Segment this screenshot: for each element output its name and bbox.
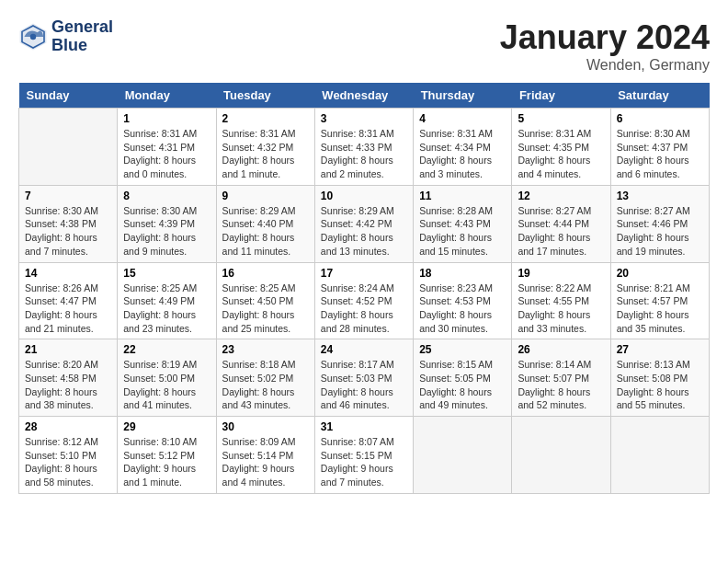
day-info: Sunrise: 8:22 AMSunset: 4:55 PMDaylight:… [518, 282, 604, 336]
day-number: 20 [617, 267, 703, 280]
calendar-cell: 21Sunrise: 8:20 AMSunset: 4:58 PMDayligh… [19, 339, 118, 417]
title-block: January 2024 Wenden, Germany [500, 18, 710, 74]
weekday-header-thursday: Thursday [414, 83, 512, 109]
day-number: 8 [123, 190, 210, 202]
calendar-cell: 26Sunrise: 8:14 AMSunset: 5:07 PMDayligh… [512, 339, 610, 417]
day-info: Sunrise: 8:09 AMSunset: 5:14 PMDaylight:… [222, 435, 309, 489]
day-info: Sunrise: 8:30 AMSunset: 4:38 PMDaylight:… [25, 204, 111, 259]
day-info: Sunrise: 8:17 AMSunset: 5:03 PMDaylight:… [321, 358, 407, 412]
day-info: Sunrise: 8:24 AMSunset: 4:52 PMDaylight:… [321, 282, 407, 336]
calendar-cell [19, 109, 118, 186]
weekday-header-tuesday: Tuesday [216, 83, 314, 109]
calendar-week-row: 14Sunrise: 8:26 AMSunset: 4:47 PMDayligh… [19, 262, 710, 339]
location: Wenden, Germany [500, 57, 710, 74]
day-number: 29 [123, 420, 210, 433]
calendar-cell: 11Sunrise: 8:28 AMSunset: 4:43 PMDayligh… [414, 185, 512, 262]
calendar-cell: 14Sunrise: 8:26 AMSunset: 4:47 PMDayligh… [19, 262, 118, 339]
weekday-header-row: SundayMondayTuesdayWednesdayThursdayFrid… [19, 83, 710, 109]
day-number: 6 [617, 112, 703, 125]
calendar-cell: 24Sunrise: 8:17 AMSunset: 5:03 PMDayligh… [314, 339, 413, 417]
calendar-cell: 20Sunrise: 8:21 AMSunset: 4:57 PMDayligh… [610, 262, 709, 339]
logo: General Blue [18, 18, 113, 55]
day-number: 16 [222, 267, 309, 280]
day-number: 11 [419, 190, 506, 202]
calendar-cell: 28Sunrise: 8:12 AMSunset: 5:10 PMDayligh… [19, 417, 118, 494]
day-info: Sunrise: 8:30 AMSunset: 4:37 PMDaylight:… [617, 127, 703, 181]
day-info: Sunrise: 8:31 AMSunset: 4:33 PMDaylight:… [321, 127, 407, 181]
calendar-cell: 31Sunrise: 8:07 AMSunset: 5:15 PMDayligh… [314, 417, 413, 494]
weekday-header-monday: Monday [118, 83, 216, 109]
day-info: Sunrise: 8:12 AMSunset: 5:10 PMDaylight:… [25, 435, 111, 489]
calendar-cell: 13Sunrise: 8:27 AMSunset: 4:46 PMDayligh… [610, 185, 709, 262]
day-number: 23 [222, 343, 309, 356]
calendar-cell: 8Sunrise: 8:30 AMSunset: 4:39 PMDaylight… [118, 185, 216, 262]
page-header: General Blue January 2024 Wenden, German… [18, 18, 710, 74]
day-info: Sunrise: 8:31 AMSunset: 4:31 PMDaylight:… [123, 127, 210, 181]
day-number: 25 [419, 343, 506, 356]
day-info: Sunrise: 8:19 AMSunset: 5:00 PMDaylight:… [123, 358, 210, 412]
calendar-cell: 10Sunrise: 8:29 AMSunset: 4:42 PMDayligh… [314, 185, 413, 262]
day-number: 9 [222, 190, 309, 202]
day-number: 5 [518, 112, 604, 125]
day-number: 21 [25, 343, 111, 356]
calendar-cell: 22Sunrise: 8:19 AMSunset: 5:00 PMDayligh… [118, 339, 216, 417]
calendar-cell [414, 417, 512, 494]
calendar-table: SundayMondayTuesdayWednesdayThursdayFrid… [18, 83, 710, 494]
calendar-cell: 3Sunrise: 8:31 AMSunset: 4:33 PMDaylight… [314, 109, 413, 186]
calendar-cell: 4Sunrise: 8:31 AMSunset: 4:34 PMDaylight… [414, 109, 512, 186]
day-info: Sunrise: 8:28 AMSunset: 4:43 PMDaylight:… [419, 204, 506, 259]
day-number: 17 [321, 267, 407, 280]
day-number: 18 [419, 267, 506, 280]
day-number: 28 [25, 420, 111, 433]
calendar-cell: 1Sunrise: 8:31 AMSunset: 4:31 PMDaylight… [118, 109, 216, 186]
day-info: Sunrise: 8:25 AMSunset: 4:50 PMDaylight:… [222, 282, 309, 336]
calendar-cell: 29Sunrise: 8:10 AMSunset: 5:12 PMDayligh… [118, 417, 216, 494]
calendar-cell: 6Sunrise: 8:30 AMSunset: 4:37 PMDaylight… [610, 109, 709, 186]
calendar-cell: 25Sunrise: 8:15 AMSunset: 5:05 PMDayligh… [414, 339, 512, 417]
day-number: 15 [123, 267, 210, 280]
svg-point-2 [30, 34, 36, 40]
day-number: 1 [123, 112, 210, 125]
day-number: 22 [123, 343, 210, 356]
day-number: 24 [321, 343, 407, 356]
day-number: 12 [518, 190, 604, 202]
calendar-cell: 17Sunrise: 8:24 AMSunset: 4:52 PMDayligh… [314, 262, 413, 339]
logo-icon [18, 22, 48, 52]
day-info: Sunrise: 8:14 AMSunset: 5:07 PMDaylight:… [518, 358, 604, 412]
day-info: Sunrise: 8:15 AMSunset: 5:05 PMDaylight:… [419, 358, 506, 412]
day-info: Sunrise: 8:30 AMSunset: 4:39 PMDaylight:… [123, 204, 210, 259]
day-number: 3 [321, 112, 407, 125]
day-info: Sunrise: 8:23 AMSunset: 4:53 PMDaylight:… [419, 282, 506, 336]
day-number: 4 [419, 112, 506, 125]
day-number: 19 [518, 267, 604, 280]
day-number: 31 [321, 420, 407, 433]
calendar-cell: 9Sunrise: 8:29 AMSunset: 4:40 PMDaylight… [216, 185, 314, 262]
calendar-cell: 2Sunrise: 8:31 AMSunset: 4:32 PMDaylight… [216, 109, 314, 186]
calendar-cell: 5Sunrise: 8:31 AMSunset: 4:35 PMDaylight… [512, 109, 610, 186]
day-info: Sunrise: 8:31 AMSunset: 4:32 PMDaylight:… [222, 127, 309, 181]
calendar-cell: 7Sunrise: 8:30 AMSunset: 4:38 PMDaylight… [19, 185, 118, 262]
day-number: 27 [617, 343, 703, 356]
day-info: Sunrise: 8:18 AMSunset: 5:02 PMDaylight:… [222, 358, 309, 412]
day-info: Sunrise: 8:10 AMSunset: 5:12 PMDaylight:… [123, 435, 210, 489]
month-title: January 2024 [500, 18, 710, 57]
day-info: Sunrise: 8:31 AMSunset: 4:34 PMDaylight:… [419, 127, 506, 181]
day-info: Sunrise: 8:13 AMSunset: 5:08 PMDaylight:… [617, 358, 703, 412]
day-number: 7 [25, 190, 111, 202]
day-number: 13 [617, 190, 703, 202]
day-number: 10 [321, 190, 407, 202]
day-info: Sunrise: 8:26 AMSunset: 4:47 PMDaylight:… [25, 282, 111, 336]
day-number: 2 [222, 112, 309, 125]
calendar-cell: 19Sunrise: 8:22 AMSunset: 4:55 PMDayligh… [512, 262, 610, 339]
calendar-cell [512, 417, 610, 494]
weekday-header-wednesday: Wednesday [314, 83, 413, 109]
calendar-cell: 27Sunrise: 8:13 AMSunset: 5:08 PMDayligh… [610, 339, 709, 417]
day-info: Sunrise: 8:29 AMSunset: 4:42 PMDaylight:… [321, 204, 407, 259]
calendar-week-row: 7Sunrise: 8:30 AMSunset: 4:38 PMDaylight… [19, 185, 710, 262]
day-info: Sunrise: 8:27 AMSunset: 4:44 PMDaylight:… [518, 204, 604, 259]
calendar-cell: 16Sunrise: 8:25 AMSunset: 4:50 PMDayligh… [216, 262, 314, 339]
calendar-week-row: 21Sunrise: 8:20 AMSunset: 4:58 PMDayligh… [19, 339, 710, 417]
day-info: Sunrise: 8:31 AMSunset: 4:35 PMDaylight:… [518, 127, 604, 181]
calendar-cell: 23Sunrise: 8:18 AMSunset: 5:02 PMDayligh… [216, 339, 314, 417]
weekday-header-saturday: Saturday [610, 83, 709, 109]
